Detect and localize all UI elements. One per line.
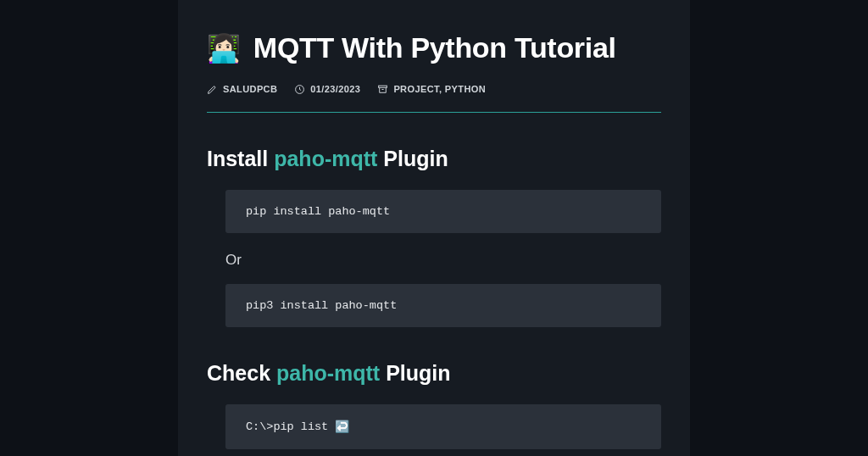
page-title: 👩🏻‍💻 MQTT With Python Tutorial (207, 31, 661, 65)
date-text: 01/23/2023 (310, 84, 360, 94)
date-meta: 01/23/2023 (294, 84, 360, 95)
svg-rect-1 (379, 86, 387, 87)
heading-pre: Check (207, 361, 276, 385)
heading-post: Plugin (377, 147, 448, 170)
code-text: C:\>pip list (246, 420, 335, 433)
return-key-icon: ↩️ (335, 420, 349, 434)
title-text: MQTT With Python Tutorial (253, 31, 616, 64)
clock-icon (294, 84, 305, 95)
code-block-pip[interactable]: pip install paho-mqtt (225, 190, 661, 233)
title-emoji-icon: 👩🏻‍💻 (207, 33, 241, 64)
pen-icon (207, 84, 218, 95)
post-meta: SALUDPCB 01/23/2023 PROJECT, PYTHON (207, 84, 661, 113)
heading-pre: Install (207, 147, 274, 170)
or-text: Or (225, 252, 661, 269)
heading-post: Plugin (380, 361, 450, 385)
code-block-pip3[interactable]: pip3 install paho-mqtt (225, 284, 661, 327)
article-card: 👩🏻‍💻 MQTT With Python Tutorial SALUDPCB … (178, 0, 690, 456)
install-heading: Install paho-mqtt Plugin (207, 147, 661, 171)
heading-highlight: paho-mqtt (276, 361, 380, 385)
heading-highlight: paho-mqtt (274, 147, 377, 170)
author-name: SALUDPCB (223, 84, 277, 94)
category-meta[interactable]: PROJECT, PYTHON (377, 84, 486, 95)
check-heading: Check paho-mqtt Plugin (207, 361, 661, 386)
code-block-piplist[interactable]: C:\>pip list ↩️ (225, 404, 661, 449)
author-meta[interactable]: SALUDPCB (207, 84, 277, 95)
archive-icon (377, 84, 388, 95)
install-section: Install paho-mqtt Plugin pip install pah… (207, 147, 661, 327)
category-text: PROJECT, PYTHON (393, 84, 486, 94)
check-section: Check paho-mqtt Plugin C:\>pip list ↩️ (207, 361, 661, 449)
